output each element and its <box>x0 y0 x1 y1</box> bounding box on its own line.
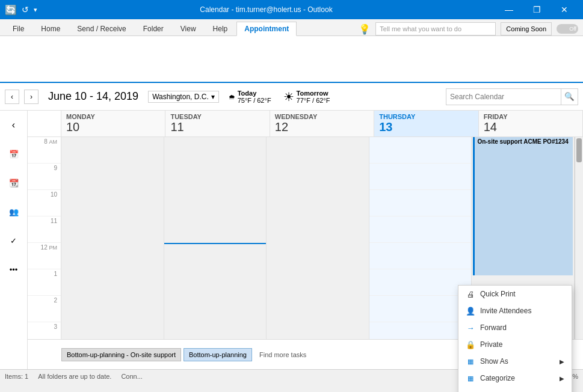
show-as-arrow-icon: ▶ <box>560 358 564 365</box>
context-menu-quick-print-label: Quick Print <box>480 290 516 298</box>
window-controls: — ❐ ✕ <box>495 0 578 19</box>
time-8am: 8 AM <box>28 137 61 164</box>
search-button[interactable]: 🔍 <box>561 88 578 105</box>
context-menu-invite-attendees[interactable]: 👤 Invite Attendees <box>458 302 572 319</box>
ribbon-right: 💡 Tell me what you want to do Coming Soo… <box>359 22 583 35</box>
context-menu-quick-print[interactable]: 🖨 Quick Print <box>458 286 572 302</box>
invite-icon: 👤 <box>466 306 475 316</box>
title-bar: 🔄 ↺ ▾ Calendar - tim.turner@holert.us - … <box>0 0 583 19</box>
restore-button[interactable]: ❐ <box>523 0 551 19</box>
context-menu-invite-label: Invite Attendees <box>480 307 531 315</box>
find-more-tasks[interactable]: Find more tasks <box>254 351 306 358</box>
vertical-scrollbar[interactable] <box>575 137 583 339</box>
tab-folder[interactable]: Folder <box>135 22 171 35</box>
ribbon-tabs: File Home Send / Receive Folder View Hel… <box>0 19 583 36</box>
sidebar-more-icon[interactable]: ••• <box>4 260 23 279</box>
tell-me-box[interactable]: Tell me what you want to do <box>375 22 496 35</box>
context-menu-categorize[interactable]: ▦ Categorize ▶ <box>458 370 572 387</box>
day-col-monday[interactable] <box>61 137 164 339</box>
title-bar-left: 🔄 ↺ ▾ <box>5 4 37 16</box>
event-onsite-support[interactable]: On-site support ACME PO#1234 <box>473 137 573 275</box>
window-title: Calendar - tim.turner@holert.us - Outloo… <box>37 5 495 14</box>
day-headers: MONDAY 10 TUESDAY 11 WEDNESDAY 12 THURSD… <box>28 111 583 137</box>
context-menu: 🖨 Quick Print 👤 Invite Attendees → Forwa… <box>458 285 572 392</box>
sidebar-calendar-mini-icon[interactable]: 📅 <box>4 144 23 164</box>
nav-bar: ‹ › June 10 - 14, 2019 Washington, D.C. … <box>0 83 583 111</box>
sidebar-tasks-icon[interactable]: ✓ <box>4 231 23 250</box>
day-name-friday: FRIDAY <box>484 113 508 120</box>
context-menu-private[interactable]: 🔒 Private <box>458 336 572 353</box>
forward-icon: → <box>466 323 475 332</box>
weather-today-label: Today <box>238 90 271 97</box>
time-col-header <box>28 111 61 136</box>
tab-send-receive[interactable]: Send / Receive <box>69 22 134 35</box>
day-header-friday: FRIDAY 14 <box>479 111 583 136</box>
day-num-14: 14 <box>484 120 578 134</box>
search-box[interactable]: 🔍 <box>446 88 578 105</box>
context-menu-forward[interactable]: → Forward <box>458 319 572 336</box>
sync-status: All folders are up to date. <box>38 373 111 380</box>
context-menu-forward-label: Forward <box>480 323 507 332</box>
search-input[interactable] <box>446 91 561 102</box>
day-header-monday: MONDAY 10 <box>61 111 165 136</box>
sidebar-collapse-icon[interactable]: ‹ <box>4 115 23 135</box>
context-menu-meeting-notes[interactable]: N Meeting Notes <box>458 387 572 392</box>
minimize-button[interactable]: — <box>495 0 523 19</box>
day-col-wednesday[interactable] <box>267 137 369 339</box>
time-12pm: 12 PM <box>28 243 61 269</box>
day-col-thursday[interactable] <box>369 137 472 339</box>
tell-me-text: Tell me what you want to do <box>380 25 461 32</box>
day-name-thursday: THURSDAY <box>379 113 415 120</box>
categorize-icon: ▦ <box>466 373 475 383</box>
weather-tomorrow-info: Tomorrow 77°F / 62°F <box>297 90 330 104</box>
sun-icon: ☀ <box>283 90 294 104</box>
task-bar-1[interactable]: Bottom-up-planning - On-site support <box>61 348 181 361</box>
weather-tomorrow-temp: 77°F / 62°F <box>297 97 330 104</box>
day-col-tuesday[interactable] <box>164 137 267 339</box>
items-count: Items: 1 <box>5 373 28 380</box>
day-header-tuesday: TUESDAY 11 <box>165 111 270 136</box>
time-1: 1 <box>28 269 61 296</box>
day-num-11: 11 <box>170 120 264 134</box>
context-menu-categorize-label: Categorize <box>480 374 515 382</box>
weather-today-info: Today 75°F / 62°F <box>238 90 271 104</box>
conn-status: Conn... <box>121 373 142 380</box>
weather-today: 🌧 Today 75°F / 62°F <box>229 90 271 104</box>
task-bar-2-label: Bottom-up-planning <box>189 351 247 358</box>
app-icon: 🔄 <box>5 4 17 16</box>
day-name-wednesday: WEDNESDAY <box>275 113 318 120</box>
day-name-monday: MONDAY <box>66 113 95 120</box>
day-num-13: 13 <box>379 120 473 134</box>
next-week-button[interactable]: › <box>24 90 39 104</box>
task-bar-2[interactable]: Bottom-up-planning <box>184 348 252 361</box>
calendar-area: ‹ 📅 📆 👥 ✓ ••• MONDAY 10 TUESDAY 11 WEDNE… <box>0 111 583 369</box>
lock-icon: 🔒 <box>466 340 475 349</box>
tab-home[interactable]: Home <box>33 22 68 35</box>
day-header-thursday: THURSDAY 13 <box>374 111 478 136</box>
tab-help[interactable]: Help <box>205 22 236 35</box>
location-box[interactable]: Washington, D.C. ▾ <box>148 91 219 103</box>
day-num-12: 12 <box>275 120 369 134</box>
printer-icon: 🖨 <box>466 289 475 299</box>
toggle-off[interactable]: Off <box>557 24 578 34</box>
tab-file[interactable]: File <box>5 22 32 35</box>
close-button[interactable]: ✕ <box>551 0 578 19</box>
day-header-wednesday: WEDNESDAY 12 <box>270 111 374 136</box>
coming-soon-label: Coming Soon <box>506 25 546 32</box>
coming-soon-button[interactable]: Coming Soon <box>501 22 552 35</box>
weather-tomorrow: ☀ Tomorrow 77°F / 62°F <box>283 90 330 104</box>
toggle-label: Off <box>569 26 576 32</box>
day-name-tuesday: TUESDAY <box>170 113 202 120</box>
sidebar-calendar-icon[interactable]: 📆 <box>4 173 23 192</box>
time-11: 11 <box>28 216 61 243</box>
context-menu-private-label: Private <box>480 340 502 349</box>
tab-view[interactable]: View <box>173 22 204 35</box>
context-menu-show-as[interactable]: ▦ Show As ▶ <box>458 353 572 370</box>
sidebar-people-icon[interactable]: 👥 <box>4 202 23 221</box>
tab-appointment[interactable]: Appointment <box>236 22 297 36</box>
show-as-icon: ▦ <box>466 357 475 366</box>
date-range: June 10 - 14, 2019 <box>48 90 138 103</box>
undo-icon[interactable]: ↺ <box>22 5 29 14</box>
lightbulb-icon: 💡 <box>359 23 371 35</box>
prev-week-button[interactable]: ‹ <box>5 90 19 104</box>
